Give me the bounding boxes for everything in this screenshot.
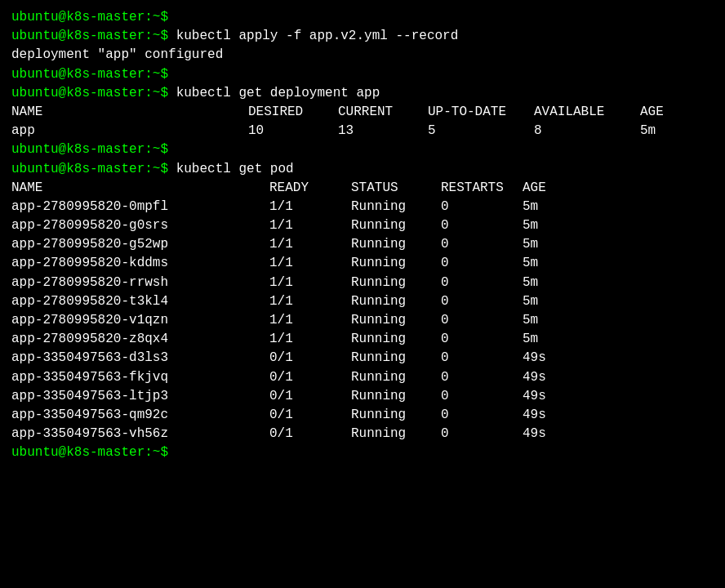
pod-cell-ready: 0/1 xyxy=(269,349,351,368)
prompt-text: ubuntu@k8s-master:~$ xyxy=(11,29,168,43)
terminal-line: ubuntu@k8s-master:~$ xyxy=(11,8,714,27)
pod-data-row: app-2780995820-0mpfl1/1Running05m xyxy=(11,198,714,216)
pod-cell-ready: 1/1 xyxy=(269,235,351,254)
pod-cell-status: Running xyxy=(351,254,441,273)
pod-cell-ready: 1/1 xyxy=(269,274,351,292)
pod-cell-name: app-2780995820-z8qx4 xyxy=(11,330,269,349)
col-uptd: UP-TO-DATE xyxy=(428,103,534,122)
command-text: kubectl apply -f app.v2.yml --record xyxy=(168,29,458,43)
terminal-line: ubuntu@k8s-master:~$ xyxy=(11,140,714,159)
pod-cell-age: 49s xyxy=(523,349,546,368)
pod-cell-age: 49s xyxy=(523,406,546,425)
cell-current: 13 xyxy=(338,122,428,140)
pod-col-restarts: RESTARTS xyxy=(441,179,523,198)
pod-cell-restarts: 0 xyxy=(441,425,523,443)
pod-cell-restarts: 0 xyxy=(441,254,523,273)
pod-cell-ready: 1/1 xyxy=(269,330,351,349)
pod-cell-age: 5m xyxy=(523,292,538,311)
prompt-text: ubuntu@k8s-master:~$ xyxy=(11,445,168,460)
cell-name: app xyxy=(11,122,248,140)
pod-cell-ready: 1/1 xyxy=(269,292,351,311)
pod-cell-restarts: 0 xyxy=(441,274,523,292)
output-text: deployment "app" configured xyxy=(11,46,714,65)
pod-cell-ready: 1/1 xyxy=(269,254,351,273)
col-avail: AVAILABLE xyxy=(534,103,640,122)
pod-data-row: app-3350497563-vh56z0/1Running049s xyxy=(11,425,714,443)
deploy-header-row: NAMEDESIREDCURRENTUP-TO-DATEAVAILABLEAGE xyxy=(11,103,714,122)
pod-cell-status: Running xyxy=(351,425,441,443)
pod-cell-name: app-2780995820-g0srs xyxy=(11,216,269,235)
pod-data-row: app-3350497563-qm92c0/1Running049s xyxy=(11,406,714,425)
pod-cell-status: Running xyxy=(351,406,441,425)
col-name: NAME xyxy=(11,103,248,122)
prompt-text: ubuntu@k8s-master:~$ xyxy=(11,86,168,100)
pod-cell-ready: 1/1 xyxy=(269,311,351,330)
pod-cell-name: app-3350497563-fkjvq xyxy=(11,368,269,387)
pod-data-row: app-3350497563-ltjp30/1Running049s xyxy=(11,387,714,406)
pod-cell-status: Running xyxy=(351,216,441,235)
pod-data-row: app-2780995820-z8qx41/1Running05m xyxy=(11,330,714,349)
pod-cell-name: app-2780995820-0mpfl xyxy=(11,198,269,216)
pod-cell-age: 5m xyxy=(523,254,538,273)
terminal-line: ubuntu@k8s-master:~$ kubectl get deploym… xyxy=(11,84,714,103)
pod-cell-restarts: 0 xyxy=(441,330,523,349)
pod-cell-name: app-2780995820-kddms xyxy=(11,254,269,273)
pod-data-row: app-3350497563-fkjvq0/1Running049s xyxy=(11,368,714,387)
terminal-line: ubuntu@k8s-master:~$ xyxy=(11,65,714,84)
pod-cell-restarts: 0 xyxy=(441,235,523,254)
pod-cell-status: Running xyxy=(351,292,441,311)
pod-cell-restarts: 0 xyxy=(441,387,523,406)
pod-cell-ready: 1/1 xyxy=(269,216,351,235)
pod-cell-age: 5m xyxy=(523,274,538,292)
pod-cell-ready: 0/1 xyxy=(269,406,351,425)
pod-col-age: AGE xyxy=(523,179,546,198)
pod-cell-restarts: 0 xyxy=(441,292,523,311)
pod-col-name: NAME xyxy=(11,179,269,198)
cell-avail: 8 xyxy=(534,122,640,140)
pod-cell-status: Running xyxy=(351,387,441,406)
pod-cell-status: Running xyxy=(351,368,441,387)
pod-cell-restarts: 0 xyxy=(441,406,523,425)
pod-data-row: app-2780995820-kddms1/1Running05m xyxy=(11,254,714,273)
col-age: AGE xyxy=(640,103,664,122)
pod-cell-name: app-2780995820-t3kl4 xyxy=(11,292,269,311)
pod-cell-age: 5m xyxy=(523,311,538,330)
pod-data-row: app-2780995820-g0srs1/1Running05m xyxy=(11,216,714,235)
col-desired: DESIRED xyxy=(248,103,338,122)
pod-cell-age: 5m xyxy=(523,216,538,235)
prompt-text: ubuntu@k8s-master:~$ xyxy=(11,67,168,82)
pod-cell-age: 49s xyxy=(523,387,546,406)
terminal-window: ubuntu@k8s-master:~$ubuntu@k8s-master:~$… xyxy=(11,8,714,463)
pod-cell-restarts: 0 xyxy=(441,198,523,216)
pod-cell-ready: 0/1 xyxy=(269,368,351,387)
pod-data-row: app-2780995820-t3kl41/1Running05m xyxy=(11,292,714,311)
prompt-text: ubuntu@k8s-master:~$ xyxy=(11,10,168,24)
pod-cell-name: app-2780995820-v1qzn xyxy=(11,311,269,330)
pod-cell-status: Running xyxy=(351,198,441,216)
pod-cell-name: app-3350497563-d3ls3 xyxy=(11,349,269,368)
pod-cell-name: app-2780995820-rrwsh xyxy=(11,274,269,292)
terminal-line: ubuntu@k8s-master:~$ xyxy=(11,443,714,462)
prompt-text: ubuntu@k8s-master:~$ xyxy=(11,142,168,157)
terminal-line: ubuntu@k8s-master:~$ kubectl apply -f ap… xyxy=(11,27,714,46)
pod-cell-age: 5m xyxy=(523,198,538,216)
pod-data-row: app-3350497563-d3ls30/1Running049s xyxy=(11,349,714,368)
pod-cell-status: Running xyxy=(351,235,441,254)
terminal-line: ubuntu@k8s-master:~$ kubectl get pod xyxy=(11,160,714,179)
pod-cell-restarts: 0 xyxy=(441,349,523,368)
pod-cell-ready: 0/1 xyxy=(269,425,351,443)
cell-desired: 10 xyxy=(248,122,338,140)
pod-cell-age: 49s xyxy=(523,368,546,387)
cell-uptd: 5 xyxy=(428,122,534,140)
col-current: CURRENT xyxy=(338,103,428,122)
pod-cell-status: Running xyxy=(351,330,441,349)
pod-header-row: NAMEREADYSTATUSRESTARTSAGE xyxy=(11,179,714,198)
pod-cell-restarts: 0 xyxy=(441,311,523,330)
pod-col-status: STATUS xyxy=(351,179,441,198)
pod-col-ready: READY xyxy=(269,179,351,198)
pod-cell-name: app-3350497563-qm92c xyxy=(11,406,269,425)
pod-cell-ready: 0/1 xyxy=(269,387,351,406)
pod-cell-age: 49s xyxy=(523,425,546,443)
pod-cell-name: app-3350497563-ltjp3 xyxy=(11,387,269,406)
command-text: kubectl get deployment app xyxy=(168,86,380,100)
